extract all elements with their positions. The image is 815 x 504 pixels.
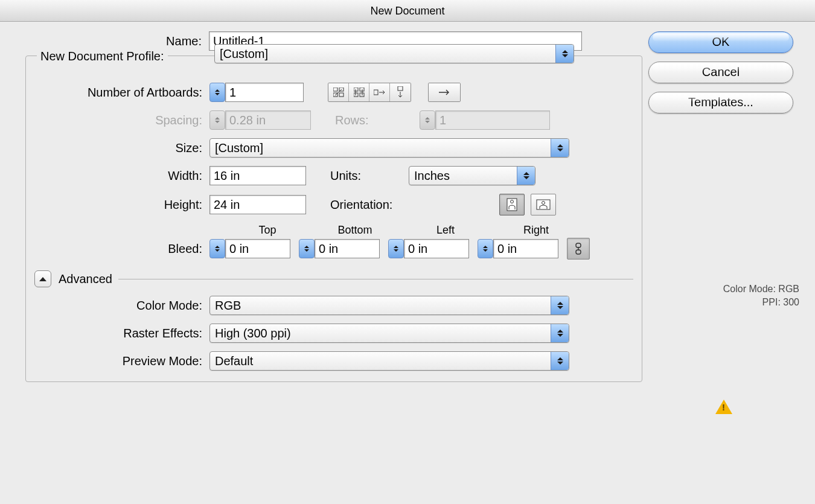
bleed-left-stepper[interactable] bbox=[388, 239, 404, 258]
raster-effects-select[interactable]: High (300 ppi) bbox=[209, 324, 569, 343]
profile-fieldset: New Document Profile: [Custom] Number of… bbox=[25, 56, 642, 382]
warning-icon bbox=[715, 400, 732, 414]
bleed-left-input[interactable] bbox=[404, 239, 469, 258]
svg-rect-14 bbox=[576, 243, 581, 247]
advanced-divider bbox=[118, 279, 633, 279]
meta-color-mode-label: Color Mode: bbox=[723, 284, 776, 294]
bleed-label: Bleed: bbox=[34, 242, 209, 256]
bleed-bottom-header: Bottom bbox=[310, 224, 400, 237]
bleed-left-header: Left bbox=[400, 224, 491, 237]
advanced-disclosure-toggle[interactable] bbox=[34, 270, 51, 287]
svg-rect-0 bbox=[333, 88, 337, 91]
orientation-portrait-icon[interactable] bbox=[499, 194, 525, 215]
bleed-top-stepper[interactable] bbox=[209, 239, 225, 258]
spacing-stepper bbox=[209, 110, 225, 130]
units-select-arrows-icon bbox=[517, 167, 535, 185]
meta-info: Color Mode: RGB PPI: 300 bbox=[648, 282, 799, 309]
col-ttb-icon[interactable] bbox=[390, 83, 411, 101]
svg-rect-8 bbox=[374, 90, 378, 95]
profile-select-arrows-icon bbox=[555, 45, 574, 63]
arrow-right-icon[interactable] bbox=[429, 83, 460, 101]
advanced-label: Advanced bbox=[59, 272, 112, 286]
spacing-label: Spacing: bbox=[34, 113, 209, 127]
bleed-link-icon[interactable] bbox=[567, 238, 590, 260]
raster-effects-arrows-icon bbox=[551, 324, 569, 342]
raster-effects-value: High (300 ppi) bbox=[215, 327, 291, 340]
color-mode-select[interactable]: RGB bbox=[209, 296, 569, 315]
row-ltr-icon[interactable] bbox=[369, 83, 390, 101]
size-label: Size: bbox=[34, 141, 209, 155]
preview-mode-arrows-icon bbox=[551, 352, 569, 370]
preview-mode-label: Preview Mode: bbox=[34, 354, 209, 368]
meta-color-mode-value: RGB bbox=[778, 284, 799, 294]
artboards-input[interactable] bbox=[225, 83, 304, 102]
color-mode-label: Color Mode: bbox=[34, 299, 209, 313]
size-value: [Custom] bbox=[215, 141, 263, 155]
bleed-top-input[interactable] bbox=[225, 239, 290, 258]
bleed-top-header: Top bbox=[225, 224, 310, 237]
svg-rect-3 bbox=[339, 93, 344, 97]
width-label: Width: bbox=[34, 169, 209, 183]
artboards-label: Number of Artboards: bbox=[34, 86, 209, 100]
grid-by-row-icon[interactable] bbox=[328, 83, 349, 101]
templates-button[interactable]: Templates... bbox=[648, 92, 793, 113]
profile-select[interactable]: [Custom] bbox=[214, 44, 574, 63]
svg-rect-9 bbox=[398, 86, 403, 91]
orientation-landscape-icon[interactable] bbox=[531, 194, 556, 215]
units-value: Inches bbox=[414, 169, 450, 183]
grid-by-col-icon[interactable] bbox=[349, 83, 369, 101]
dialog-title: New Document bbox=[0, 0, 815, 22]
preview-mode-value: Default bbox=[215, 354, 253, 368]
meta-ppi-label: PPI: bbox=[762, 297, 781, 307]
size-select[interactable]: [Custom] bbox=[209, 138, 569, 158]
rows-label: Rows: bbox=[335, 113, 395, 127]
artboard-direction-group bbox=[428, 83, 461, 102]
ok-button[interactable]: OK bbox=[648, 31, 793, 53]
ok-button-label: OK bbox=[712, 35, 730, 48]
cancel-button-label: Cancel bbox=[702, 65, 740, 78]
rows-input bbox=[435, 110, 550, 130]
artboard-arrangement-group bbox=[328, 83, 411, 102]
profile-value: [Custom] bbox=[220, 47, 268, 61]
height-label: Height: bbox=[34, 198, 209, 212]
height-input[interactable] bbox=[209, 195, 306, 214]
profile-label: New Document Profile: bbox=[40, 49, 164, 63]
color-mode-arrows-icon bbox=[551, 296, 569, 314]
color-mode-value: RGB bbox=[215, 299, 241, 313]
bleed-bottom-stepper[interactable] bbox=[299, 239, 315, 258]
meta-ppi-value: 300 bbox=[783, 297, 799, 307]
orientation-label: Orientation: bbox=[330, 198, 433, 212]
bleed-right-stepper[interactable] bbox=[478, 239, 493, 258]
new-document-dialog: New Document Name: New Document Profile:… bbox=[0, 0, 815, 504]
artboards-stepper[interactable] bbox=[209, 83, 225, 102]
cancel-button[interactable]: Cancel bbox=[648, 62, 793, 83]
rows-stepper bbox=[420, 110, 435, 130]
name-label: Name: bbox=[14, 34, 209, 48]
units-select[interactable]: Inches bbox=[409, 166, 535, 185]
preview-mode-select[interactable]: Default bbox=[209, 351, 569, 371]
templates-button-label: Templates... bbox=[688, 95, 753, 109]
spacing-input bbox=[225, 110, 311, 130]
size-select-arrows-icon bbox=[551, 139, 569, 157]
bleed-right-input[interactable] bbox=[493, 239, 558, 258]
bleed-bottom-input[interactable] bbox=[315, 239, 380, 258]
width-input[interactable] bbox=[209, 166, 306, 185]
svg-rect-15 bbox=[576, 250, 581, 254]
raster-effects-label: Raster Effects: bbox=[34, 327, 209, 340]
bleed-right-header: Right bbox=[491, 224, 581, 237]
units-label: Units: bbox=[330, 169, 409, 183]
